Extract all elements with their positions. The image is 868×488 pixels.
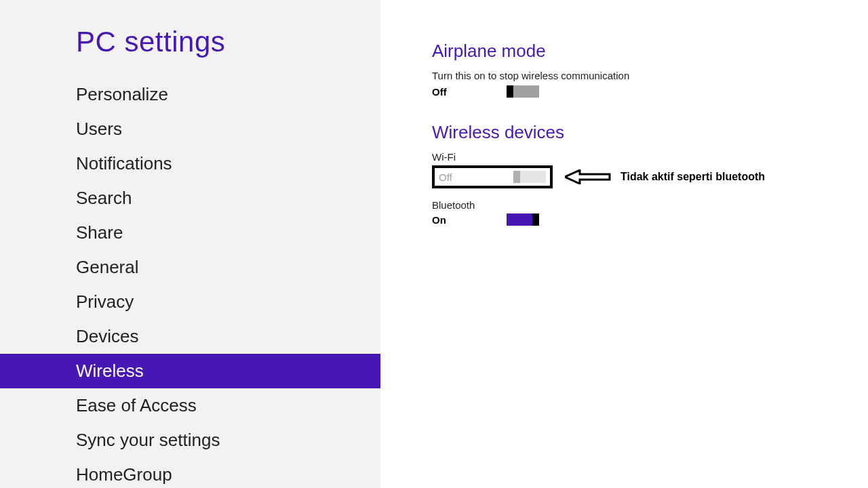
svg-marker-0 <box>565 170 610 184</box>
wifi-label: Wi-Fi <box>432 151 868 163</box>
sidebar-item-search[interactable]: Search <box>0 181 380 216</box>
sidebar-item-privacy[interactable]: Privacy <box>0 285 380 319</box>
airplane-mode-heading: Airplane mode <box>432 41 868 62</box>
sidebar-item-ease-of-access[interactable]: Ease of Access <box>0 388 380 423</box>
sidebar-item-devices[interactable]: Devices <box>0 319 380 354</box>
wireless-devices-section: Wireless devices Wi-Fi Off <box>432 122 868 226</box>
bluetooth-toggle[interactable] <box>507 214 539 226</box>
wifi-highlight-box: Off <box>432 165 553 188</box>
bluetooth-toggle-row: On <box>432 214 868 226</box>
content-pane: Airplane mode Turn this on to stop wirel… <box>380 0 868 488</box>
sidebar-item-users[interactable]: Users <box>0 112 380 146</box>
airplane-mode-section: Airplane mode Turn this on to stop wirel… <box>432 41 868 98</box>
toggle-knob-icon <box>507 85 513 98</box>
toggle-knob-icon <box>532 214 539 226</box>
sidebar-item-share[interactable]: Share <box>0 216 380 250</box>
sidebar: PC settings Personalize Users Notificati… <box>0 0 380 488</box>
arrow-left-icon <box>565 169 611 184</box>
app-root: PC settings Personalize Users Notificati… <box>0 0 868 488</box>
wifi-block: Wi-Fi Off Tidak aktif sepert <box>432 151 868 188</box>
toggle-knob-icon <box>513 171 520 183</box>
wifi-toggle[interactable] <box>513 171 546 183</box>
airplane-mode-toggle[interactable] <box>507 85 539 98</box>
airplane-mode-state-label: Off <box>432 86 507 98</box>
sidebar-item-sync-your-settings[interactable]: Sync your settings <box>0 423 380 458</box>
bluetooth-label: Bluetooth <box>432 199 868 211</box>
wireless-devices-heading: Wireless devices <box>432 122 868 143</box>
sidebar-item-personalize[interactable]: Personalize <box>0 77 380 112</box>
sidebar-item-wireless[interactable]: Wireless <box>0 354 380 388</box>
annotation-text: Tidak aktif seperti bluetooth <box>620 171 765 183</box>
page-title: PC settings <box>0 26 380 58</box>
sidebar-item-notifications[interactable]: Notifications <box>0 146 380 181</box>
airplane-mode-toggle-row: Off <box>432 85 868 98</box>
bluetooth-state-label: On <box>432 214 507 226</box>
sidebar-item-general[interactable]: General <box>0 250 380 285</box>
wifi-state-label: Off <box>439 171 452 183</box>
sidebar-item-homegroup[interactable]: HomeGroup <box>0 458 380 488</box>
airplane-mode-description: Turn this on to stop wireless communicat… <box>432 70 868 81</box>
bluetooth-block: Bluetooth On <box>432 199 868 226</box>
wifi-annotation-wrap: Off Tidak aktif seperti bluetooth <box>432 165 868 188</box>
